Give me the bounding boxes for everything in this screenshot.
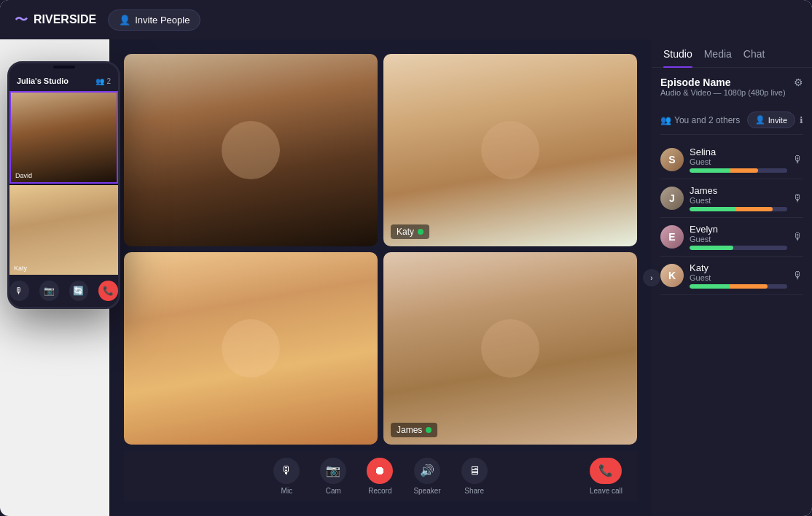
participant-role-katy: Guest bbox=[690, 273, 787, 282]
cam-button[interactable]: 📷 Cam bbox=[320, 458, 346, 495]
video-label-katy: Katy bbox=[391, 224, 429, 239]
mic-button[interactable]: 🎙 Mic bbox=[273, 458, 300, 495]
info-icon[interactable]: ℹ bbox=[800, 115, 803, 125]
logo-text: RIVERSIDE bbox=[34, 13, 96, 26]
phone-video-david: David bbox=[9, 91, 118, 184]
video-cell-p3 bbox=[124, 252, 378, 445]
participant-item-selina: S Selina Guest 🎙 bbox=[660, 141, 803, 179]
participant-item-evelyn: E Evelyn Guest 🎙 bbox=[660, 218, 803, 257]
participant-name-james: James bbox=[690, 185, 787, 196]
mic-toggle-selina[interactable]: 🎙 bbox=[793, 154, 803, 165]
participants-count-text: You and 2 others bbox=[674, 115, 740, 125]
participant-role-selina: Guest bbox=[690, 157, 787, 166]
participants-count: 👥 You and 2 others bbox=[660, 115, 740, 125]
participants-row: 👥 You and 2 others 👤 Invite ℹ bbox=[660, 106, 803, 135]
episode-sub: Audio & Video — 1080p (480p live) bbox=[660, 88, 786, 97]
share-icon: 🖥 bbox=[461, 458, 488, 484]
speaker-label: Speaker bbox=[413, 487, 440, 495]
invite-small-label: Invite bbox=[768, 116, 787, 125]
phone-video-katy: Katy bbox=[9, 185, 118, 275]
episode-section: Episode Name Audio & Video — 1080p (480p… bbox=[660, 77, 803, 97]
phone-mic-button[interactable]: 🎙 bbox=[9, 281, 29, 301]
cam-label: Cam bbox=[326, 487, 341, 495]
toolbar: 🎙 Mic 📷 Cam ⏺ Record 🔊 Speaker 🖥 S bbox=[124, 450, 637, 501]
episode-name: Episode Name bbox=[660, 77, 786, 88]
participant-role-evelyn: Guest bbox=[690, 235, 787, 243]
avatar-james: J bbox=[660, 187, 684, 210]
participant-info-katy: Katy Guest bbox=[690, 262, 787, 289]
audio-bar-james bbox=[690, 207, 787, 211]
participant-info-james: James Guest bbox=[690, 185, 787, 211]
phone-top-bar: Julia's Studio 👥 2 bbox=[9, 71, 118, 91]
speaker-button[interactable]: 🔊 Speaker bbox=[413, 458, 440, 495]
panel-tabs: Studio Media Chat bbox=[652, 39, 812, 68]
participant-name-evelyn: Evelyn bbox=[690, 224, 787, 235]
phone-flip-button[interactable]: 🔄 bbox=[69, 281, 89, 301]
app-container: 〜 RIVERSIDE 👤 Invite People bbox=[0, 0, 812, 516]
invite-people-button[interactable]: 👤 Invite People bbox=[108, 9, 200, 31]
panel-toggle-button[interactable]: › bbox=[643, 269, 660, 286]
episode-header: Episode Name Audio & Video — 1080p (480p… bbox=[660, 77, 803, 97]
phone-cam-button[interactable]: 📷 bbox=[39, 281, 59, 301]
participant-item-katy: K Katy Guest 🎙 bbox=[660, 257, 803, 295]
mic-toggle-james[interactable]: 🎙 bbox=[793, 192, 803, 204]
avatar-katy: K bbox=[660, 264, 684, 287]
share-label: Share bbox=[464, 487, 484, 495]
phone-end-call-button[interactable]: 📞 bbox=[98, 281, 118, 301]
logo-wave-icon: 〜 bbox=[15, 11, 28, 28]
top-bar: 〜 RIVERSIDE 👤 Invite People bbox=[0, 0, 812, 39]
cam-icon: 📷 bbox=[320, 458, 346, 484]
share-button[interactable]: 🖥 Share bbox=[461, 458, 488, 495]
user-plus-icon: 👤 bbox=[119, 15, 130, 26]
phone-video-label-david: David bbox=[15, 172, 32, 179]
mic-label: Mic bbox=[281, 487, 293, 495]
participant-role-james: Guest bbox=[690, 196, 787, 205]
people-icon: 👥 bbox=[660, 115, 671, 125]
katy-label-text: Katy bbox=[397, 227, 414, 237]
phone-studio-name: Julia's Studio bbox=[17, 77, 69, 85]
tab-media[interactable]: Media bbox=[704, 48, 732, 67]
audio-bar-evelyn bbox=[690, 246, 787, 250]
avatar-selina: S bbox=[660, 148, 684, 171]
video-row-bottom: James bbox=[124, 252, 637, 445]
logo-area: 〜 RIVERSIDE bbox=[15, 11, 96, 28]
panel-content: Episode Name Audio & Video — 1080p (480p… bbox=[652, 68, 812, 516]
video-cell-p2: Katy bbox=[383, 54, 637, 246]
participant-item-james: J James Guest 🎙 bbox=[660, 179, 803, 218]
body-area: Katy James bbox=[0, 39, 812, 516]
mic-icon: 🎙 bbox=[273, 458, 300, 484]
audio-bar-katy bbox=[690, 284, 787, 289]
participant-info-evelyn: Evelyn Guest bbox=[690, 224, 787, 250]
james-label-text: James bbox=[397, 425, 422, 435]
invite-btn-label: Invite People bbox=[135, 15, 190, 26]
leave-call-label: Leave call bbox=[590, 487, 622, 495]
online-dot-katy bbox=[418, 229, 423, 235]
phone-people-icon: 👥 bbox=[95, 77, 104, 85]
right-panel: › Studio Media Chat Episode Name Audio &… bbox=[652, 39, 812, 516]
video-label-james: James bbox=[391, 423, 437, 437]
settings-icon[interactable]: ⚙ bbox=[794, 77, 803, 88]
phone-bottom-bar: 🎙 📷 🔄 📞 bbox=[9, 275, 118, 307]
video-cell-p4: James bbox=[383, 252, 637, 445]
leave-call-icon: 📞 bbox=[590, 458, 622, 484]
phone-mockup: Julia's Studio 👥 2 David Katy 🎙 📷 🔄 📞 bbox=[7, 61, 120, 309]
audio-bar-selina bbox=[690, 168, 787, 173]
speaker-icon: 🔊 bbox=[414, 458, 440, 484]
online-dot-james bbox=[426, 427, 432, 433]
participant-info-selina: Selina Guest bbox=[690, 146, 787, 173]
leave-call-button[interactable]: 📞 Leave call bbox=[590, 458, 622, 495]
phone-count-text: 2 bbox=[106, 77, 111, 85]
participants-list: S Selina Guest 🎙 J bbox=[660, 141, 803, 295]
tab-studio[interactable]: Studio bbox=[663, 48, 692, 67]
invite-small-button[interactable]: 👤 Invite bbox=[747, 112, 795, 128]
mic-toggle-katy[interactable]: 🎙 bbox=[793, 270, 803, 281]
phone-participants-count: 👥 2 bbox=[95, 77, 111, 85]
invite-small-icon: 👤 bbox=[755, 115, 765, 125]
phone-video-label-katy: Katy bbox=[14, 265, 27, 272]
avatar-evelyn: E bbox=[660, 225, 684, 249]
tab-chat[interactable]: Chat bbox=[743, 48, 765, 67]
record-icon: ⏺ bbox=[367, 458, 393, 484]
record-button[interactable]: ⏺ Record bbox=[367, 458, 393, 495]
video-area: Katy James bbox=[109, 39, 652, 516]
mic-toggle-evelyn[interactable]: 🎙 bbox=[793, 231, 803, 243]
